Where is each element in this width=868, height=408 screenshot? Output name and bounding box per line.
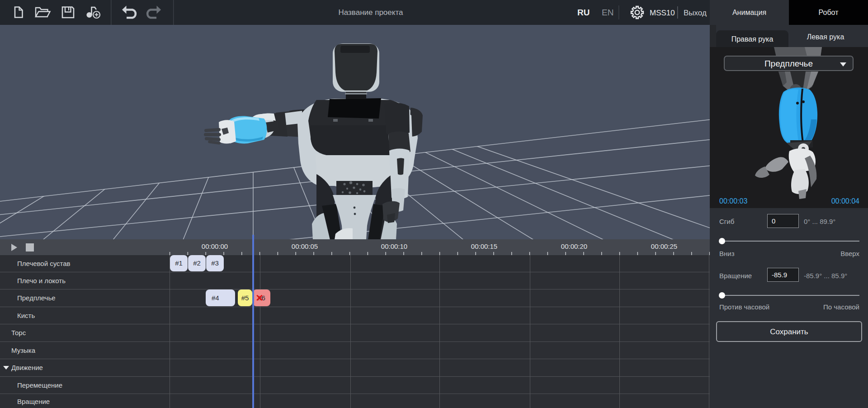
- svg-text:EN: EN: [602, 8, 613, 17]
- svg-text:Выход: Выход: [684, 9, 707, 17]
- svg-text:RU: RU: [577, 8, 590, 17]
- svg-text:MSS10: MSS10: [650, 9, 675, 17]
